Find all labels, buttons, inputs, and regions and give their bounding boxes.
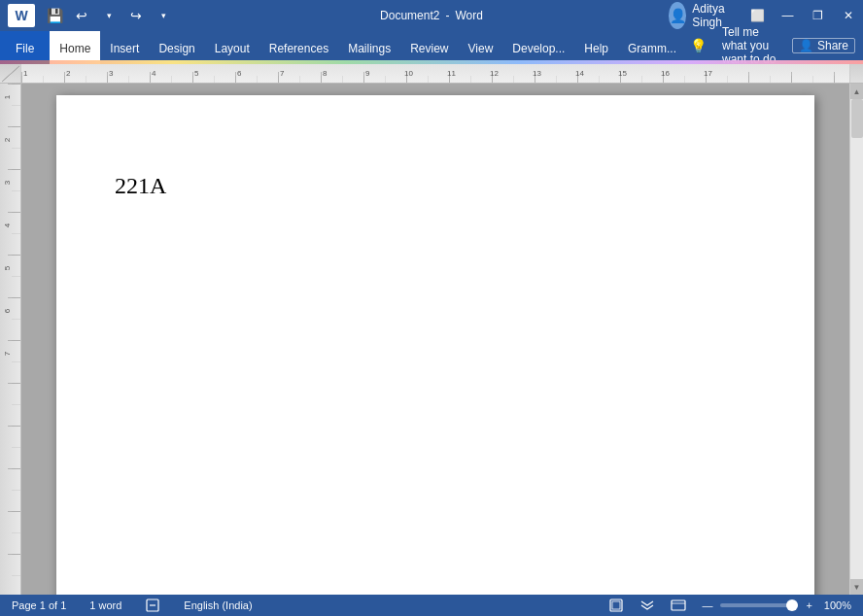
svg-text:15: 15 bbox=[618, 69, 627, 78]
svg-text:7: 7 bbox=[3, 351, 12, 356]
menu-tab-row: File Home Insert Design Layout Reference… bbox=[0, 31, 863, 60]
redo-button[interactable]: ↪ bbox=[124, 4, 148, 27]
ruler-corner bbox=[0, 64, 21, 83]
lightbulb-icon[interactable]: 💡 bbox=[686, 38, 710, 53]
svg-text:3: 3 bbox=[109, 69, 114, 78]
zoom-out-button[interactable]: — bbox=[698, 595, 716, 616]
share-label: Share bbox=[817, 39, 848, 52]
zoom-area: — + 100% bbox=[698, 595, 855, 616]
svg-rect-36 bbox=[612, 601, 620, 609]
status-bar-right: — + 100% bbox=[604, 595, 855, 616]
svg-text:10: 10 bbox=[404, 69, 413, 78]
close-button[interactable]: ✕ bbox=[833, 0, 863, 31]
document-text: 221A bbox=[115, 173, 166, 198]
app-name: Word bbox=[455, 9, 482, 22]
document-content[interactable]: 221A bbox=[115, 173, 756, 199]
svg-text:8: 8 bbox=[323, 69, 328, 78]
ruler-right-end bbox=[849, 64, 863, 83]
undo-button[interactable]: ↩ bbox=[70, 4, 93, 27]
word-count[interactable]: 1 word bbox=[86, 595, 125, 616]
svg-text:6: 6 bbox=[3, 308, 12, 313]
app-name-separator: - bbox=[445, 9, 449, 22]
svg-text:16: 16 bbox=[661, 69, 670, 78]
scroll-down-button[interactable]: ▼ bbox=[850, 579, 864, 595]
svg-text:4: 4 bbox=[152, 69, 156, 78]
document-area: 1 2 3 4 5 6 7 221A ▲ ▼ bbox=[0, 84, 863, 595]
svg-text:5: 5 bbox=[3, 265, 12, 270]
qat-dropdown[interactable]: ▾ bbox=[152, 4, 175, 27]
restore-button[interactable]: ❐ bbox=[803, 0, 833, 31]
view-mode-print[interactable] bbox=[604, 595, 628, 616]
svg-text:17: 17 bbox=[704, 69, 712, 78]
svg-text:6: 6 bbox=[237, 69, 242, 78]
svg-text:5: 5 bbox=[194, 69, 199, 78]
ruler-content: 1 2 3 4 5 6 7 8 9 10 11 12 13 14 15 16 1… bbox=[21, 64, 849, 83]
svg-rect-4 bbox=[21, 64, 849, 83]
page-info[interactable]: Page 1 of 1 bbox=[8, 595, 70, 616]
share-icon: 👤 bbox=[799, 39, 813, 52]
track-changes-icon[interactable] bbox=[141, 595, 164, 616]
view-mode-web[interactable] bbox=[667, 595, 690, 616]
menu-tab-right: 💡 Tell me what you want to do 👤 Share bbox=[686, 31, 863, 60]
zoom-slider[interactable] bbox=[720, 603, 798, 607]
status-bar-left: Page 1 of 1 1 word English (India) bbox=[8, 595, 257, 616]
language-selector[interactable]: English (India) bbox=[180, 595, 256, 616]
title-bar-center: Document2 - Word bbox=[194, 9, 669, 22]
svg-rect-37 bbox=[672, 600, 685, 610]
share-button[interactable]: 👤 Share bbox=[792, 38, 855, 53]
zoom-thumb[interactable] bbox=[786, 599, 798, 611]
svg-text:12: 12 bbox=[490, 69, 499, 78]
svg-text:3: 3 bbox=[3, 180, 12, 185]
svg-text:2: 2 bbox=[66, 69, 71, 78]
document-page: 221A bbox=[56, 95, 814, 595]
svg-text:7: 7 bbox=[280, 69, 285, 78]
status-bar: Page 1 of 1 1 word English (India) bbox=[0, 595, 863, 616]
svg-marker-0 bbox=[2, 66, 19, 82]
svg-text:14: 14 bbox=[575, 69, 584, 78]
svg-text:1: 1 bbox=[3, 94, 12, 99]
document-title: Document2 bbox=[380, 9, 439, 22]
menu-tab-left: File Home Insert Design Layout Reference… bbox=[0, 31, 686, 60]
scroll-thumb[interactable] bbox=[851, 99, 863, 138]
horizontal-ruler: 1 2 3 4 5 6 7 8 9 10 11 12 13 14 15 16 1… bbox=[0, 64, 863, 84]
svg-text:11: 11 bbox=[447, 69, 456, 78]
user-avatar: 👤 bbox=[669, 2, 686, 29]
svg-rect-25 bbox=[0, 84, 21, 595]
page-scroll-area[interactable]: 221A bbox=[21, 84, 849, 595]
scroll-up-button[interactable]: ▲ bbox=[850, 84, 864, 99]
svg-text:13: 13 bbox=[533, 69, 541, 78]
svg-text:4: 4 bbox=[3, 222, 12, 227]
view-mode-read[interactable] bbox=[636, 595, 659, 616]
svg-text:9: 9 bbox=[365, 69, 370, 78]
title-bar-left: W 💾 ↩ ▾ ↪ ▾ bbox=[0, 4, 194, 27]
scrollbar-track[interactable] bbox=[850, 99, 864, 579]
zoom-in-button[interactable]: + bbox=[802, 595, 815, 616]
vertical-ruler: 1 2 3 4 5 6 7 bbox=[0, 84, 21, 595]
svg-text:2: 2 bbox=[3, 137, 12, 142]
zoom-percent[interactable]: 100% bbox=[820, 595, 855, 616]
undo-dropdown[interactable]: ▾ bbox=[97, 4, 121, 27]
vertical-scrollbar[interactable]: ▲ ▼ bbox=[849, 84, 863, 595]
svg-text:1: 1 bbox=[23, 69, 28, 78]
save-button[interactable]: 💾 bbox=[43, 4, 66, 27]
word-icon: W bbox=[8, 4, 35, 27]
